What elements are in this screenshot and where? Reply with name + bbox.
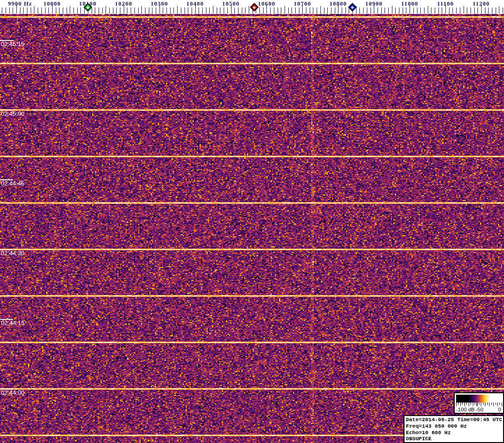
frequency-ruler[interactable]: 9900 Hz100001010010200103001040010500106… [0,0,504,14]
freq-tick-label: 10700 [294,0,312,7]
waterfall-spectrogram-display[interactable] [0,0,504,443]
legend-labels: -100 dB -50 0 [455,407,503,413]
time-label: 02:44:00 [1,390,25,396]
info-date-time: Date=2014-06-25 Time=00:45 UTC [406,417,503,423]
time-label: 02:45:00 [1,111,25,117]
time-label: 02:45:15 [1,41,25,47]
color-gradient-bar [456,395,502,403]
marker-center-dot [253,6,256,9]
db-mid-label: -50 [476,407,484,412]
freq-tick-label: 11100 [437,0,454,7]
freq-tick-label: 11000 [401,0,418,7]
freq-tick-label: 10500 [222,0,240,7]
marker-center-dot [351,6,354,9]
info-station: OBSUPICE [406,436,503,442]
time-label: 02:44:15 [1,320,25,326]
freq-tick-label: 10400 [186,0,204,7]
info-frequency: Freq=143 050 000 Hz [406,423,503,430]
freq-tick-label: 10200 [115,0,133,7]
freq-tick-label: 11200 [473,0,490,7]
freq-tick-label: 10000 [43,0,61,7]
freq-tick-label: 10600 [258,0,276,7]
info-echo: Echo=10 600 Hz [406,430,503,436]
legend-tick-marks-major [456,403,502,406]
freq-tick-label: 10900 [365,0,383,7]
freq-tick-label: 10300 [151,0,168,7]
observation-info-box: Date=2014-06-25 Time=00:45 UTC Freq=143 … [404,415,504,443]
db-min-label: -100 dB [456,407,475,412]
db-max-label: 0 [498,407,501,412]
red-marker-diamond[interactable] [250,3,258,11]
marker-center-dot [86,6,89,9]
spectrum-waterfall-window: 9900 Hz100001010010200103001040010500106… [0,0,504,443]
blue-marker-diamond[interactable] [348,3,357,11]
time-label: 02:44:30 [1,250,25,257]
db-color-scale-legend: -100 dB -50 0 [454,392,504,414]
time-label: 02:44:45 [1,180,25,187]
freq-tick-label: 9900 Hz [8,0,32,7]
freq-tick-label: 10800 [330,0,347,7]
